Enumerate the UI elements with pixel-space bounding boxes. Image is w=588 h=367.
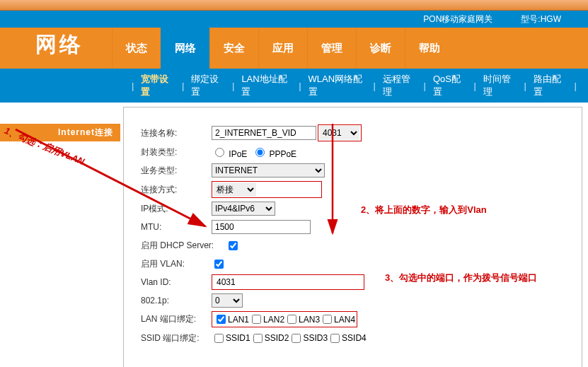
tab-status[interactable]: 状态 <box>112 28 161 69</box>
lan1-checkbox[interactable] <box>217 315 226 324</box>
radio-ipoe[interactable] <box>215 148 224 157</box>
subnav-lan[interactable]: LAN地址配置 <box>241 73 292 98</box>
tab-label: 诊断 <box>370 42 391 55</box>
label-vlan-id: Vlan ID: <box>141 277 212 287</box>
label-conn-name: 连接名称: <box>141 127 212 139</box>
subnav-route[interactable]: 路由配置 <box>534 73 567 98</box>
lan3-checkbox[interactable] <box>287 315 296 324</box>
lan3-text: LAN3 <box>299 315 320 325</box>
device-title: PON移动家庭网关 <box>423 13 492 25</box>
ssid1-checkbox[interactable] <box>214 334 224 343</box>
lan1-text: LAN1 <box>228 315 249 325</box>
radio-pppoe-wrap[interactable]: PPPoE <box>252 146 296 159</box>
tab-label: 管理 <box>321 42 342 55</box>
conn-name-suffix-select[interactable]: 4031 <box>320 126 359 140</box>
radio-ipoe-wrap[interactable]: IPoE <box>212 146 247 159</box>
radio-pppoe[interactable] <box>255 148 265 157</box>
radio-pppoe-text: PPPoE <box>269 149 296 159</box>
vlan-id-input[interactable] <box>214 276 304 289</box>
sub-nav: | 宽带设置| 绑定设置| LAN地址配置| WLAN网络配置| 远程管理| Q… <box>0 69 588 103</box>
label-mode: 连接方式: <box>141 184 212 196</box>
label-biz: 业务类型: <box>141 165 212 177</box>
label-lan-bind: LAN 端口绑定: <box>141 313 212 325</box>
radio-ipoe-text: IPoE <box>229 149 247 159</box>
dot1p-select[interactable]: 0 <box>212 293 243 308</box>
ssid4-checkbox[interactable] <box>330 334 340 343</box>
conn-name-input[interactable] <box>212 126 316 140</box>
subnav-qos[interactable]: QoS配置 <box>433 73 467 98</box>
tab-label: 应用 <box>272 42 294 55</box>
tab-label: 安全 <box>224 42 245 55</box>
ssid4-text: SSID4 <box>342 333 367 343</box>
lan2-checkbox[interactable] <box>252 315 261 324</box>
subnav-broadband[interactable]: 宽带设置 <box>141 73 175 98</box>
label-ssid-bind: SSID 端口绑定: <box>141 332 212 344</box>
ssid2-text: SSID2 <box>265 333 289 343</box>
brand-title: 网络 <box>0 30 112 66</box>
top-info-bar: PON移动家庭网关 型号:HGW <box>0 11 588 28</box>
ssid3-checkbox[interactable] <box>292 334 301 343</box>
biz-select[interactable]: INTERNET <box>212 163 325 177</box>
ssid1-text: SSID1 <box>226 333 250 343</box>
label-ipmode: IP模式: <box>141 203 212 215</box>
subnav-wlan[interactable]: WLAN网络配置 <box>309 73 367 98</box>
subnav-time[interactable]: 时间管理 <box>483 73 517 98</box>
lan4-checkbox[interactable] <box>323 315 332 324</box>
tab-label: 状态 <box>126 42 147 55</box>
label-encaps: 封装类型: <box>141 146 212 158</box>
tab-label: 网络 <box>175 42 196 55</box>
mode-select[interactable]: 桥接 <box>214 182 256 197</box>
mtu-input[interactable] <box>212 220 311 234</box>
form-panel: 连接名称: 4031 封装类型: IPoE PPPoE 业务类型: INTERN… <box>123 107 582 367</box>
tab-label: 帮助 <box>419 42 440 55</box>
subnav-bind[interactable]: 绑定设置 <box>191 73 225 98</box>
header-strip <box>0 0 588 11</box>
label-dot1p: 802.1p: <box>141 296 212 305</box>
tab-diag[interactable]: 诊断 <box>356 28 405 69</box>
ssid3-text: SSID3 <box>303 333 328 343</box>
tab-manage[interactable]: 管理 <box>307 28 356 69</box>
tab-app[interactable]: 应用 <box>258 28 307 69</box>
dhcp-checkbox[interactable] <box>229 241 238 250</box>
side-tab-internet[interactable]: Internet连接 <box>0 124 120 141</box>
subnav-remote[interactable]: 远程管理 <box>383 73 417 98</box>
ssid2-checkbox[interactable] <box>253 334 263 343</box>
lan4-text: LAN4 <box>334 315 355 325</box>
main-nav: 网络 状态 网络 安全 应用 管理 诊断 帮助 <box>0 28 588 69</box>
tab-network[interactable]: 网络 <box>161 28 209 69</box>
vlan-enable-checkbox[interactable] <box>214 260 224 269</box>
label-mtu: MTU: <box>141 222 212 232</box>
tab-security[interactable]: 安全 <box>209 28 258 69</box>
tab-help[interactable]: 帮助 <box>405 28 454 69</box>
label-vlan-enable: 启用 VLAN: <box>141 258 212 270</box>
lan2-text: LAN2 <box>263 315 284 325</box>
device-model: 型号:HGW <box>521 13 561 25</box>
ipmode-select[interactable]: IPv4&IPv6 <box>212 202 275 216</box>
label-dhcp: 启用 DHCP Server: <box>141 240 226 252</box>
